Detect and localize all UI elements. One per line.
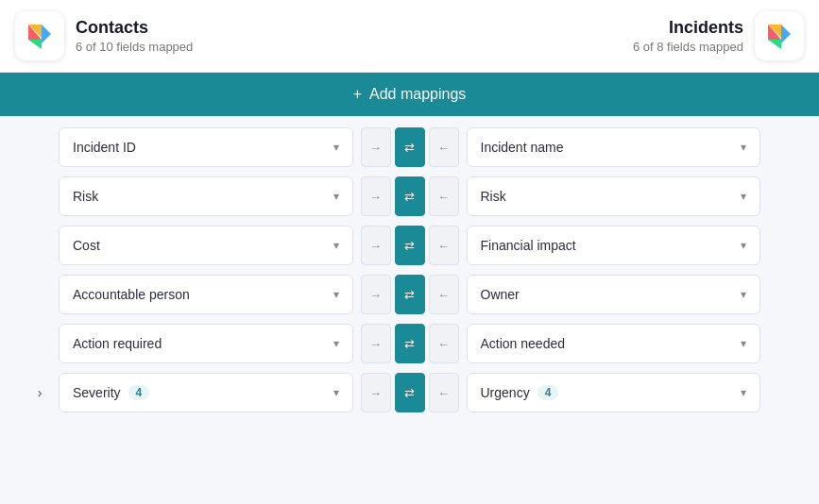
- left-field-action-required[interactable]: Action required ▾: [59, 324, 353, 363]
- left-field-label-3: Cost: [73, 238, 100, 253]
- contacts-subtitle: 6 of 10 fields mapped: [76, 40, 193, 54]
- right-chevron-1: ▾: [741, 141, 746, 154]
- mappings-area: Incident ID ▾ → ⇄ ← Incident name ▾ Risk…: [0, 116, 819, 424]
- contacts-title: Contacts: [76, 18, 193, 38]
- arrow-controls-1: → ⇄ ←: [361, 127, 459, 167]
- right-field-badge-6: 4: [537, 385, 559, 400]
- left-field-label-5: Action required: [73, 336, 162, 351]
- right-chevron-2: ▾: [741, 190, 746, 203]
- arrow-left-btn-1[interactable]: →: [361, 127, 391, 167]
- mapping-row-risk: Risk ▾ → ⇄ ← Risk ▾: [28, 176, 791, 216]
- header: Contacts 6 of 10 fields mapped Incidents…: [0, 0, 819, 73]
- left-field-label-4: Accountable person: [73, 287, 190, 302]
- left-field-badge-6: 4: [128, 385, 150, 400]
- left-chevron-4: ▾: [333, 288, 339, 301]
- left-chevron-5: ▾: [333, 337, 339, 350]
- left-logo-icon: [25, 21, 55, 51]
- arrow-right-btn-3[interactable]: ←: [429, 226, 459, 265]
- right-field-label-1: Incident name: [481, 140, 564, 155]
- arrow-left-btn-5[interactable]: →: [361, 324, 391, 363]
- arrow-controls-6: → ⇄ ←: [361, 373, 459, 412]
- arrow-left-btn-3[interactable]: →: [361, 226, 391, 265]
- right-field-label-6: Urgency 4: [481, 385, 559, 400]
- arrow-both-btn-2[interactable]: ⇄: [395, 176, 425, 216]
- left-chevron-3: ▾: [333, 239, 339, 252]
- plus-icon: +: [353, 87, 362, 102]
- incidents-info: Incidents 6 of 8 fields mapped: [633, 18, 743, 54]
- arrow-left-btn-4[interactable]: →: [361, 275, 391, 314]
- left-field-label-2: Risk: [73, 189, 98, 204]
- right-field-label-3: Financial impact: [481, 238, 576, 253]
- right-field-financial-impact[interactable]: Financial impact ▾: [467, 226, 761, 265]
- arrow-both-btn-1[interactable]: ⇄: [395, 127, 425, 167]
- contacts-info: Contacts 6 of 10 fields mapped: [76, 18, 193, 54]
- header-left: Contacts 6 of 10 fields mapped: [15, 11, 193, 60]
- mapping-row-accountable: Accountable person ▾ → ⇄ ← Owner ▾: [28, 275, 791, 314]
- header-right: Incidents 6 of 8 fields mapped: [633, 11, 804, 60]
- expand-icon-6[interactable]: ›: [38, 385, 43, 400]
- left-field-incident-id[interactable]: Incident ID ▾: [59, 127, 353, 167]
- left-chevron-6: ▾: [333, 386, 339, 399]
- right-chevron-5: ▾: [741, 337, 746, 350]
- right-chevron-4: ▾: [741, 288, 746, 301]
- left-field-label-1: Incident ID: [73, 140, 136, 155]
- right-field-label-5: Action needed: [481, 336, 566, 351]
- arrow-controls-2: → ⇄ ←: [361, 176, 459, 216]
- arrow-right-btn-5[interactable]: ←: [429, 324, 459, 363]
- right-field-incident-name[interactable]: Incident name ▾: [467, 127, 761, 167]
- add-mappings-label: Add mappings: [369, 86, 466, 103]
- left-field-severity[interactable]: Severity 4 ▾: [59, 373, 353, 412]
- arrow-both-btn-3[interactable]: ⇄: [395, 226, 425, 265]
- arrow-controls-3: → ⇄ ←: [361, 226, 459, 265]
- svg-marker-3: [28, 40, 42, 49]
- right-logo: [755, 11, 804, 60]
- arrow-left-btn-6[interactable]: →: [361, 373, 391, 412]
- arrow-right-btn-4[interactable]: ←: [429, 275, 459, 314]
- incidents-title: Incidents: [633, 18, 743, 38]
- left-logo: [15, 11, 64, 60]
- right-field-label-4: Owner: [481, 287, 520, 302]
- left-field-cost[interactable]: Cost ▾: [59, 226, 353, 265]
- left-chevron-2: ▾: [333, 190, 339, 203]
- arrow-both-btn-5[interactable]: ⇄: [395, 324, 425, 363]
- svg-marker-7: [768, 40, 781, 49]
- row-prefix-6[interactable]: ›: [28, 385, 51, 400]
- right-chevron-3: ▾: [741, 239, 746, 252]
- arrow-right-btn-2[interactable]: ←: [429, 176, 459, 216]
- add-mappings-bar[interactable]: + Add mappings: [0, 73, 819, 116]
- left-field-risk[interactable]: Risk ▾: [59, 176, 353, 216]
- mapping-row-incident-id: Incident ID ▾ → ⇄ ← Incident name ▾: [28, 127, 791, 167]
- arrow-both-btn-4[interactable]: ⇄: [395, 275, 425, 314]
- arrow-right-btn-6[interactable]: ←: [429, 373, 459, 412]
- right-field-owner[interactable]: Owner ▾: [467, 275, 761, 314]
- arrow-both-btn-6[interactable]: ⇄: [395, 373, 425, 412]
- right-field-label-2: Risk: [481, 189, 506, 204]
- mapping-row-action: Action required ▾ → ⇄ ← Action needed ▾: [28, 324, 791, 363]
- right-field-urgency[interactable]: Urgency 4 ▾: [467, 373, 761, 412]
- right-field-action-needed[interactable]: Action needed ▾: [467, 324, 761, 363]
- left-chevron-1: ▾: [333, 141, 339, 154]
- right-field-risk[interactable]: Risk ▾: [467, 176, 761, 216]
- right-chevron-6: ▾: [741, 386, 746, 399]
- arrow-left-btn-2[interactable]: →: [361, 176, 391, 216]
- svg-marker-6: [781, 25, 791, 43]
- left-field-label-6: Severity 4: [73, 385, 149, 400]
- arrow-controls-5: → ⇄ ←: [361, 324, 459, 363]
- svg-marker-2: [42, 25, 51, 43]
- mapping-row-severity: › Severity 4 ▾ → ⇄ ← Urgency 4 ▾: [28, 373, 791, 412]
- arrow-right-btn-1[interactable]: ←: [429, 127, 459, 167]
- mapping-row-cost: Cost ▾ → ⇄ ← Financial impact ▾: [28, 226, 791, 265]
- incidents-subtitle: 6 of 8 fields mapped: [633, 40, 743, 54]
- arrow-controls-4: → ⇄ ←: [361, 275, 459, 314]
- right-logo-icon: [764, 21, 794, 51]
- left-field-accountable-person[interactable]: Accountable person ▾: [59, 275, 353, 314]
